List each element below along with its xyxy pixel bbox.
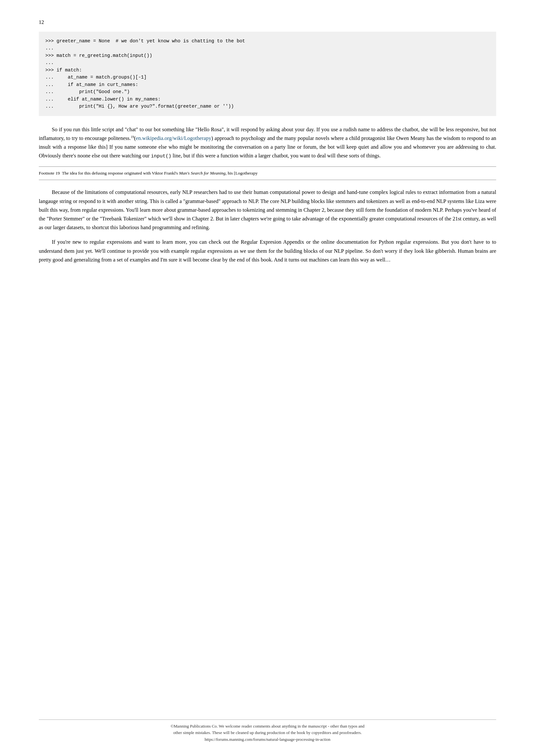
footer-line-2: other simple mistakes. These will be cle…	[39, 730, 496, 736]
paragraph-1: So if you run this little script and "ch…	[39, 125, 496, 161]
footnote-ref-19: 19	[131, 135, 134, 138]
footnote-label: Footnote 19	[39, 171, 60, 176]
page-number: 12	[39, 19, 496, 25]
footnote-section: Footnote 19 The idea for this defusing r…	[39, 167, 496, 180]
code-block: >>> greeter_name = None # we don't yet k…	[39, 32, 496, 116]
paragraph-2: Because of the limitations of computatio…	[39, 188, 496, 232]
input-code: input()	[151, 153, 171, 159]
paragraph-3: If you're new to regular expressions and…	[39, 237, 496, 264]
footer: ©Manning Publications Co. We welcome rea…	[39, 719, 496, 743]
page: 12 >>> greeter_name = None # we don't ye…	[0, 0, 535, 756]
footer-line-1: ©Manning Publications Co. We welcome rea…	[39, 723, 496, 730]
logotherapy-link[interactable]: en.wikipedia.org/wiki/Logotherapy	[136, 135, 211, 141]
footnote-text: Footnote 19 The idea for this defusing r…	[39, 170, 496, 176]
footer-link: https://forums.manning.com/forums/natura…	[39, 736, 496, 743]
footnote-italic-title: Man's Search for Meaning	[179, 171, 225, 176]
